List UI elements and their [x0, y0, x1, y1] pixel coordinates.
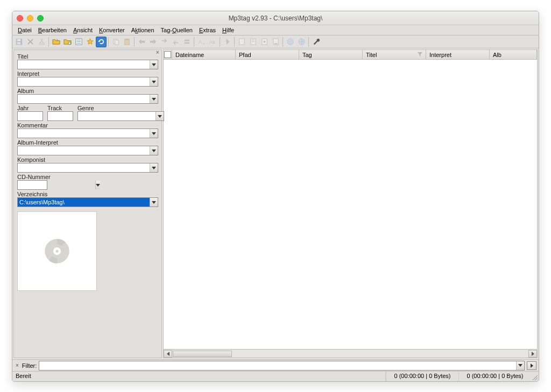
playlist-icon[interactable]	[73, 37, 84, 47]
action-icon[interactable]	[222, 37, 232, 47]
svg-rect-9	[125, 39, 128, 40]
convert-icon-2[interactable]	[170, 37, 181, 47]
chevron-down-icon[interactable]	[150, 198, 158, 206]
close-window-button[interactable]	[17, 15, 23, 22]
album-field[interactable]	[17, 94, 158, 104]
script-icon-3[interactable]	[259, 37, 270, 47]
verzeichnis-field[interactable]	[17, 197, 158, 207]
album-label: Album	[17, 88, 158, 94]
status-metric-total: 0 (00:00:00 | 0 Bytes)	[458, 372, 531, 381]
horizontal-scrollbar[interactable]	[164, 349, 537, 358]
titel-field[interactable]	[17, 60, 158, 69]
menu-konverter[interactable]: Konverter	[96, 26, 128, 34]
column-dateiname[interactable]: Dateiname	[172, 50, 236, 59]
column-interpret[interactable]: Interpret	[426, 50, 490, 59]
albuminterpret-label: Album-Interpret	[17, 139, 158, 146]
svg-rect-7	[115, 40, 118, 45]
panel-close-button[interactable]: ×	[155, 49, 160, 55]
chevron-down-icon[interactable]	[516, 361, 524, 370]
svg-rect-0	[17, 39, 20, 41]
column-headers: Dateiname Pfad Tag Titel Interpret Alb	[164, 50, 537, 60]
chevron-down-icon[interactable]	[150, 146, 158, 155]
scroll-left-button[interactable]	[164, 350, 172, 358]
refresh-icon[interactable]	[96, 37, 107, 47]
column-pfad[interactable]: Pfad	[236, 50, 299, 59]
menu-aktionen[interactable]: Aktionen	[128, 26, 158, 34]
paste-icon[interactable]	[122, 37, 132, 47]
resize-grip-icon[interactable]	[531, 372, 539, 381]
filter-close-button[interactable]: ×	[15, 362, 20, 368]
menu-bearbeiten[interactable]: Bearbeiten	[35, 26, 70, 34]
convert-icon-3[interactable]	[181, 37, 192, 47]
chevron-down-icon[interactable]	[150, 60, 158, 69]
filter-go-button[interactable]	[527, 361, 536, 370]
svg-text:A: A	[198, 39, 202, 45]
case-icon[interactable]: Aa	[207, 37, 218, 47]
interpret-field[interactable]	[17, 77, 158, 87]
web-icon-2[interactable]	[296, 37, 307, 47]
track-field[interactable]	[47, 111, 73, 121]
komponist-label: Komponist	[17, 156, 158, 163]
folder-open-icon[interactable]	[51, 37, 61, 47]
cut-icon[interactable]	[36, 37, 47, 47]
file-list-body[interactable]	[164, 60, 537, 349]
chevron-down-icon[interactable]	[156, 112, 164, 120]
chevron-down-icon[interactable]	[95, 181, 100, 189]
maximize-window-button[interactable]	[37, 15, 44, 22]
favorite-icon[interactable]	[84, 37, 95, 47]
script-icon-2[interactable]	[248, 37, 258, 47]
chevron-down-icon[interactable]	[150, 77, 158, 86]
body: × Titel Interpret Album Jahr Track	[12, 48, 539, 359]
delete-icon[interactable]	[25, 37, 36, 47]
filename-to-tag-icon[interactable]	[147, 37, 158, 47]
kommentar-field[interactable]	[17, 129, 158, 138]
verzeichnis-label: Verzeichnis	[17, 191, 158, 197]
script-icon-1[interactable]	[236, 37, 247, 47]
column-checkbox[interactable]	[164, 50, 172, 59]
chevron-down-icon[interactable]	[150, 95, 158, 103]
svg-rect-1	[17, 42, 20, 44]
menu-datei[interactable]: Datei	[15, 26, 35, 34]
interpret-label: Interpret	[17, 70, 158, 77]
folder-add-icon[interactable]	[62, 37, 73, 47]
tools-icon[interactable]	[310, 37, 321, 47]
autonumber-icon[interactable]: A	[196, 37, 207, 47]
menu-extras[interactable]: Extras	[196, 26, 219, 34]
menu-ansicht[interactable]: Ansicht	[70, 26, 96, 34]
script-icon-4[interactable]	[270, 37, 281, 47]
genre-field[interactable]	[77, 111, 164, 121]
minimize-window-button[interactable]	[27, 15, 33, 22]
scroll-right-button[interactable]	[528, 350, 537, 358]
save-icon[interactable]	[13, 37, 24, 47]
scroll-track[interactable]	[172, 350, 528, 358]
kommentar-label: Kommentar	[17, 122, 158, 129]
status-ready: Bereit	[12, 372, 386, 381]
cdnummer-label: CD-Nummer	[17, 174, 158, 180]
track-label: Track	[47, 105, 73, 111]
svg-rect-12	[239, 39, 244, 45]
column-tag[interactable]: Tag	[299, 50, 363, 59]
jahr-field[interactable]	[17, 111, 43, 121]
jahr-label: Jahr	[17, 105, 43, 111]
cover-art-placeholder[interactable]	[17, 211, 97, 291]
filter-field[interactable]	[39, 361, 525, 370]
svg-point-15	[263, 41, 265, 43]
scroll-thumb[interactable]	[173, 351, 232, 357]
chevron-down-icon[interactable]	[150, 163, 158, 172]
convert-icon-1[interactable]	[159, 37, 169, 47]
svg-text:Aa: Aa	[209, 39, 215, 45]
filter-icon	[418, 52, 422, 57]
cdnummer-field[interactable]	[17, 180, 47, 190]
menu-tag-quellen[interactable]: Tag-Quellen	[158, 26, 196, 34]
albuminterpret-field[interactable]	[17, 146, 158, 155]
tag-panel: × Titel Interpret Album Jahr Track	[13, 49, 162, 358]
copy-icon[interactable]	[110, 37, 121, 47]
genre-label: Genre	[77, 105, 164, 111]
menu-hilfe[interactable]: Hilfe	[219, 26, 237, 34]
tag-to-filename-icon[interactable]	[136, 37, 147, 47]
chevron-down-icon[interactable]	[150, 129, 158, 138]
column-album[interactable]: Alb	[490, 50, 537, 59]
web-icon-1[interactable]	[285, 37, 295, 47]
column-titel[interactable]: Titel	[363, 50, 426, 59]
komponist-field[interactable]	[17, 163, 158, 173]
